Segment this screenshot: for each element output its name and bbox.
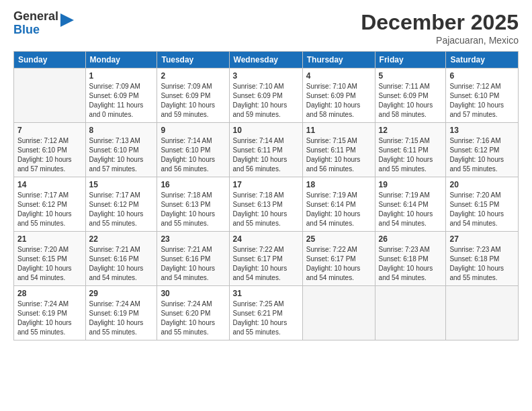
day-number: 8: [89, 126, 154, 135]
day-info: Sunrise: 7:21 AMSunset: 6:16 PMDaylight:…: [161, 246, 215, 281]
header-friday: Friday: [375, 52, 446, 68]
day-number: 31: [233, 289, 299, 298]
day-cell: 23 Sunrise: 7:21 AMSunset: 6:16 PMDaylig…: [157, 232, 229, 286]
day-cell: 6 Sunrise: 7:12 AMSunset: 6:10 PMDayligh…: [446, 68, 519, 123]
day-number: 14: [17, 180, 82, 189]
day-info: Sunrise: 7:09 AMSunset: 6:09 PMDaylight:…: [161, 83, 215, 118]
day-info: Sunrise: 7:14 AMSunset: 6:11 PMDaylight:…: [233, 137, 287, 173]
logo-blue: Blue: [13, 24, 58, 37]
week-row-4: 21 Sunrise: 7:20 AMSunset: 6:15 PMDaylig…: [14, 232, 519, 286]
day-cell: 13 Sunrise: 7:16 AMSunset: 6:12 PMDaylig…: [446, 123, 519, 177]
week-row-5: 28 Sunrise: 7:24 AMSunset: 6:19 PMDaylig…: [14, 286, 519, 340]
day-number: 20: [449, 180, 515, 189]
day-info: Sunrise: 7:11 AMSunset: 6:09 PMDaylight:…: [379, 83, 433, 118]
day-cell: 5 Sunrise: 7:11 AMSunset: 6:09 PMDayligh…: [375, 68, 446, 123]
day-number: 16: [161, 180, 225, 189]
day-info: Sunrise: 7:10 AMSunset: 6:09 PMDaylight:…: [306, 83, 361, 118]
day-info: Sunrise: 7:12 AMSunset: 6:10 PMDaylight:…: [449, 83, 504, 118]
day-number: 17: [233, 180, 299, 189]
day-cell: [14, 68, 86, 123]
day-info: Sunrise: 7:24 AMSunset: 6:19 PMDaylight:…: [89, 300, 144, 336]
day-number: 22: [89, 234, 154, 244]
day-number: 21: [17, 234, 82, 244]
day-number: 24: [233, 234, 299, 244]
day-cell: 16 Sunrise: 7:18 AMSunset: 6:13 PMDaylig…: [157, 177, 229, 232]
day-info: Sunrise: 7:22 AMSunset: 6:17 PMDaylight:…: [306, 246, 361, 281]
logo-general: General: [13, 10, 58, 24]
day-cell: 20 Sunrise: 7:20 AMSunset: 6:15 PMDaylig…: [446, 177, 519, 232]
day-info: Sunrise: 7:23 AMSunset: 6:18 PMDaylight:…: [449, 246, 504, 281]
day-info: Sunrise: 7:19 AMSunset: 6:14 PMDaylight:…: [306, 191, 361, 227]
day-info: Sunrise: 7:24 AMSunset: 6:19 PMDaylight:…: [17, 300, 72, 336]
day-info: Sunrise: 7:25 AMSunset: 6:21 PMDaylight:…: [233, 300, 287, 336]
day-number: 2: [161, 71, 225, 81]
day-number: 3: [233, 71, 299, 81]
day-number: 29: [89, 289, 154, 298]
day-number: 27: [449, 234, 515, 244]
day-cell: 24 Sunrise: 7:22 AMSunset: 6:17 PMDaylig…: [229, 232, 302, 286]
day-number: 28: [17, 289, 82, 298]
day-cell: [375, 286, 446, 340]
day-info: Sunrise: 7:20 AMSunset: 6:15 PMDaylight:…: [17, 246, 72, 281]
subtitle: Pajacuaran, Mexico: [361, 35, 519, 46]
day-info: Sunrise: 7:13 AMSunset: 6:10 PMDaylight:…: [89, 137, 144, 173]
day-cell: 4 Sunrise: 7:10 AMSunset: 6:09 PMDayligh…: [302, 68, 375, 123]
day-number: 7: [17, 126, 82, 135]
day-info: Sunrise: 7:10 AMSunset: 6:09 PMDaylight:…: [233, 83, 287, 118]
day-cell: 11 Sunrise: 7:15 AMSunset: 6:11 PMDaylig…: [302, 123, 375, 177]
title-block: December 2025 Pajacuaran, Mexico: [361, 10, 519, 46]
day-info: Sunrise: 7:12 AMSunset: 6:10 PMDaylight:…: [17, 137, 72, 173]
day-cell: [446, 286, 519, 340]
day-number: 12: [379, 126, 443, 135]
header-saturday: Saturday: [446, 52, 519, 68]
day-info: Sunrise: 7:15 AMSunset: 6:11 PMDaylight:…: [379, 137, 433, 173]
day-cell: 30 Sunrise: 7:24 AMSunset: 6:20 PMDaylig…: [157, 286, 229, 340]
day-cell: 3 Sunrise: 7:10 AMSunset: 6:09 PMDayligh…: [229, 68, 302, 123]
day-info: Sunrise: 7:09 AMSunset: 6:09 PMDaylight:…: [89, 83, 144, 118]
day-number: 10: [233, 126, 299, 135]
week-row-3: 14 Sunrise: 7:17 AMSunset: 6:12 PMDaylig…: [14, 177, 519, 232]
day-cell: 27 Sunrise: 7:23 AMSunset: 6:18 PMDaylig…: [446, 232, 519, 286]
logo-icon: [60, 13, 74, 34]
day-cell: 19 Sunrise: 7:19 AMSunset: 6:14 PMDaylig…: [375, 177, 446, 232]
day-info: Sunrise: 7:21 AMSunset: 6:16 PMDaylight:…: [89, 246, 144, 281]
day-info: Sunrise: 7:23 AMSunset: 6:18 PMDaylight:…: [379, 246, 433, 281]
day-number: 30: [161, 289, 225, 298]
day-number: 25: [306, 234, 371, 244]
day-cell: 10 Sunrise: 7:14 AMSunset: 6:11 PMDaylig…: [229, 123, 302, 177]
day-number: 15: [89, 180, 154, 189]
day-info: Sunrise: 7:19 AMSunset: 6:14 PMDaylight:…: [379, 191, 433, 227]
day-info: Sunrise: 7:20 AMSunset: 6:15 PMDaylight:…: [449, 191, 504, 227]
day-cell: 28 Sunrise: 7:24 AMSunset: 6:19 PMDaylig…: [14, 286, 86, 340]
day-number: 1: [89, 71, 154, 81]
day-cell: 17 Sunrise: 7:18 AMSunset: 6:13 PMDaylig…: [229, 177, 302, 232]
day-number: 6: [449, 71, 515, 81]
day-info: Sunrise: 7:18 AMSunset: 6:13 PMDaylight:…: [233, 191, 287, 227]
calendar-body: 1 Sunrise: 7:09 AMSunset: 6:09 PMDayligh…: [14, 68, 519, 340]
day-cell: 7 Sunrise: 7:12 AMSunset: 6:10 PMDayligh…: [14, 123, 86, 177]
day-info: Sunrise: 7:15 AMSunset: 6:11 PMDaylight:…: [306, 137, 361, 173]
day-info: Sunrise: 7:16 AMSunset: 6:12 PMDaylight:…: [449, 137, 504, 173]
calendar-table: Sunday Monday Tuesday Wednesday Thursday…: [13, 51, 519, 340]
day-cell: 1 Sunrise: 7:09 AMSunset: 6:09 PMDayligh…: [85, 68, 157, 123]
header-tuesday: Tuesday: [157, 52, 229, 68]
calendar-page: General Blue December 2025 Pajacuaran, M…: [0, 0, 532, 411]
month-title: December 2025: [361, 10, 519, 35]
day-number: 18: [306, 180, 371, 189]
svg-marker-0: [60, 13, 74, 27]
header-thursday: Thursday: [302, 52, 375, 68]
week-row-1: 1 Sunrise: 7:09 AMSunset: 6:09 PMDayligh…: [14, 68, 519, 123]
day-info: Sunrise: 7:24 AMSunset: 6:20 PMDaylight:…: [161, 300, 215, 336]
day-number: 9: [161, 126, 225, 135]
day-number: 5: [379, 71, 443, 81]
day-cell: 14 Sunrise: 7:17 AMSunset: 6:12 PMDaylig…: [14, 177, 86, 232]
header: General Blue December 2025 Pajacuaran, M…: [13, 10, 519, 46]
day-number: 13: [449, 126, 515, 135]
day-cell: 12 Sunrise: 7:15 AMSunset: 6:11 PMDaylig…: [375, 123, 446, 177]
logo: General Blue: [13, 10, 74, 37]
logo-text: General Blue: [13, 10, 58, 37]
day-info: Sunrise: 7:22 AMSunset: 6:17 PMDaylight:…: [233, 246, 287, 281]
day-info: Sunrise: 7:14 AMSunset: 6:10 PMDaylight:…: [161, 137, 215, 173]
day-cell: 29 Sunrise: 7:24 AMSunset: 6:19 PMDaylig…: [85, 286, 157, 340]
day-number: 26: [379, 234, 443, 244]
